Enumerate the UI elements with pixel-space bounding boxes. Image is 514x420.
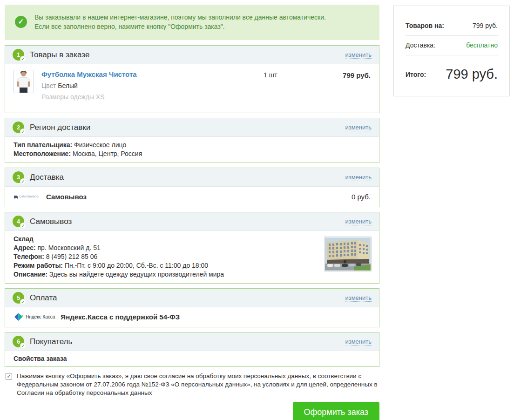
step-number: 4 <box>17 218 20 225</box>
hours-label: Режим работы: <box>14 262 63 269</box>
step-2-badge: 2 ✓ <box>13 122 24 133</box>
section-pickup: 4 ✓ Самовывоз изменить Склад Адрес: пр. … <box>5 212 379 284</box>
hours-value: Пн.-Пт. с 9:00 до 20:00, Сб.-Вс. с 11:00… <box>65 262 208 269</box>
consent-checkbox[interactable]: ✓ <box>6 373 12 379</box>
step-4-badge: 4 ✓ <box>13 216 24 227</box>
step-6-badge: 6 ✓ <box>13 336 24 347</box>
delivery-body: САМОВЫВОЗ Самовывоз 0 руб. <box>5 187 379 207</box>
delivery-method-row: САМОВЫВОЗ Самовывоз 0 руб. <box>14 190 371 203</box>
section-title: Доставка <box>30 173 64 182</box>
section-payment: 5 ✓ Оплата изменить Яндекс Касса Яндекс.… <box>5 288 379 327</box>
order-total-label: Итого: <box>406 71 426 78</box>
section-title: Регион доставки <box>30 123 90 132</box>
delivery-method-name: Самовывоз <box>46 193 87 201</box>
order-summary-panel: Товаров на: 799 руб. Доставка: бесплатно… <box>393 6 510 96</box>
payment-body: Яндекс Касса Яндекс.Касса с поддержкой 5… <box>5 307 379 327</box>
color-label: Цвет <box>41 82 56 89</box>
product-size-line: Размеры одежды XS <box>41 93 264 101</box>
step-done-check-icon: ✓ <box>20 299 26 305</box>
summary-delivery-row: Доставка: бесплатно <box>406 36 498 55</box>
place-order-button[interactable]: Оформить заказ <box>293 402 379 420</box>
edit-order-items-link[interactable]: изменить <box>345 51 372 59</box>
step-number: 1 <box>17 52 20 58</box>
edit-buyer-link[interactable]: изменить <box>345 338 372 345</box>
address-label: Адрес: <box>14 244 36 251</box>
summary-items-row: Товаров на: 799 руб. <box>406 16 498 36</box>
step-5-badge: 5 ✓ <box>13 292 24 304</box>
order-items-body: Футболка Мужская Чистота Цвет Белый Разм… <box>5 64 379 113</box>
store-photo[interactable] <box>324 237 372 271</box>
consent-line3: Согласии на обработку персональных данны… <box>17 389 378 397</box>
edit-delivery-link[interactable]: изменить <box>345 174 372 181</box>
apartment-building-image <box>325 237 371 271</box>
buyer-body: Свойства заказа <box>5 351 379 366</box>
payer-type-line: Тип плательщика: Физическое лицо <box>14 141 371 149</box>
section-title: Покупатель <box>30 337 72 346</box>
step-done-check-icon: ✓ <box>20 343 26 349</box>
step-3-badge: 3 ✓ <box>13 171 24 183</box>
edit-payment-link[interactable]: изменить <box>345 294 372 302</box>
consent-line2: Федеральным законом от 27.07.2006 года №… <box>17 380 378 389</box>
step-done-check-icon: ✓ <box>20 56 26 62</box>
order-properties-title: Свойства заказа <box>14 355 371 362</box>
banner-line2: Если все заполнено верно, нажмите кнопку… <box>34 22 370 31</box>
product-thumbnail[interactable] <box>14 70 34 93</box>
section-order-items: 1 ✓ Товары в заказе изменить <box>5 45 379 113</box>
description-value: Здесь вы найдете одежду ведущих производ… <box>49 271 224 278</box>
edit-region-link[interactable]: изменить <box>345 124 372 131</box>
store-hours-line: Режим работы: Пн.-Пт. с 9:00 до 20:00, С… <box>14 261 314 270</box>
step-1-badge: 1 ✓ <box>13 49 24 61</box>
section-buyer: 6 ✓ Покупатель изменить Свойства заказа <box>5 332 379 367</box>
section-delivery-region-header: 2 ✓ Регион доставки изменить <box>5 118 379 137</box>
order-total-value: 799 руб. <box>446 67 498 82</box>
items-total-label: Товаров на: <box>406 22 444 29</box>
store-name: Склад <box>14 235 314 244</box>
location-label: Местоположение: <box>14 150 71 157</box>
product-row: Футболка Мужская Чистота Цвет Белый Разм… <box>14 70 371 107</box>
consent-text: Нажимая кнопку «Оформить заказ», я даю с… <box>17 372 378 397</box>
color-value: Белый <box>58 82 78 89</box>
success-check-icon: ✓ <box>15 16 27 28</box>
section-delivery-header: 3 ✓ Доставка изменить <box>5 168 379 187</box>
section-pickup-header: 4 ✓ Самовывоз изменить <box>5 212 379 231</box>
region-body: Тип плательщика: Физическое лицо Местопо… <box>5 137 379 163</box>
checkout-main-column: ✓ Вы заказывали в нашем интернет-магазин… <box>5 5 379 420</box>
store-description-line: Описание: Здесь вы найдете одежду ведущи… <box>14 270 314 279</box>
section-title: Самовывоз <box>30 217 72 226</box>
delivery-summary-label: Доставка: <box>406 41 435 49</box>
delivery-summary-value: бесплатно <box>466 41 498 49</box>
step-done-check-icon: ✓ <box>20 223 26 229</box>
consent-line1: Нажимая кнопку «Оформить заказ», я даю с… <box>17 372 378 380</box>
product-color-line: Цвет Белый <box>41 82 264 89</box>
store-address-line: Адрес: пр. Московский д. 51 <box>14 244 314 252</box>
product-price: 799 руб. <box>315 70 371 79</box>
pickup-body: Склад Адрес: пр. Московский д. 51 Телефо… <box>5 231 379 283</box>
address-value: пр. Московский д. 51 <box>38 244 101 251</box>
phone-value: 8 (495) 212 85 06 <box>46 253 98 260</box>
section-payment-header: 5 ✓ Оплата изменить <box>5 289 379 307</box>
pickup-logo-caption: САМОВЫВОЗ <box>19 195 39 198</box>
tshirt-model-image <box>14 70 34 93</box>
edit-pickup-link[interactable]: изменить <box>345 218 372 225</box>
location-value: Москва, Центр, Россия <box>73 150 142 157</box>
banner-line1: Вы заказывали в нашем интернет-магазине,… <box>34 13 370 22</box>
section-buyer-header: 6 ✓ Покупатель изменить <box>5 332 379 351</box>
payment-method-name: Яндекс.Касса с поддержкой 54-ФЗ <box>61 313 180 321</box>
product-title-link[interactable]: Футболка Мужская Чистота <box>41 70 137 78</box>
section-title: Товары в заказе <box>30 50 89 60</box>
summary-total-row: Итого: 799 руб. <box>406 55 498 82</box>
section-title: Оплата <box>30 293 57 303</box>
consent-row: ✓ Нажимая кнопку «Оформить заказ», я даю… <box>5 372 379 397</box>
yandex-kassa-logo-text: Яндекс Касса <box>26 314 55 319</box>
yandex-kassa-logo-icon: Яндекс Касса <box>14 312 55 322</box>
step-number: 6 <box>17 339 20 345</box>
pickup-logo-icon: САМОВЫВОЗ <box>14 194 39 199</box>
payer-type-label: Тип плательщика: <box>14 141 72 149</box>
product-info: Футболка Мужская Чистота Цвет Белый Разм… <box>41 70 264 101</box>
submit-row: Оформить заказ <box>5 402 379 420</box>
section-delivery-region: 2 ✓ Регион доставки изменить Тип платель… <box>5 118 379 163</box>
delivery-price: 0 руб. <box>352 193 371 201</box>
items-total-value: 799 руб. <box>473 22 498 29</box>
step-number: 3 <box>17 174 20 181</box>
step-done-check-icon: ✓ <box>20 129 26 135</box>
